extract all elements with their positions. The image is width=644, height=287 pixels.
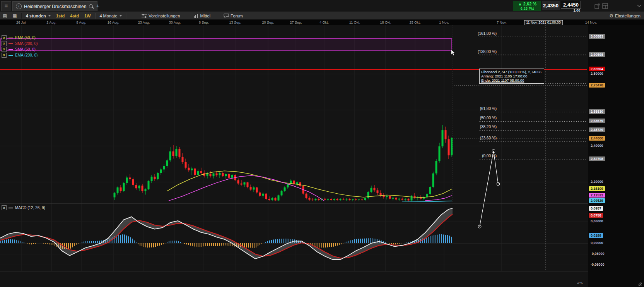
layout-button[interactable]: ▦ xyxy=(11,13,18,19)
time-tick: 1 Nov. xyxy=(439,21,449,24)
presets-button[interactable]: Voreinstellungen xyxy=(140,14,181,18)
bar-chart-icon xyxy=(193,14,199,18)
add-tab-button[interactable]: + xyxy=(94,2,102,10)
candles-layer xyxy=(114,125,453,201)
svg-text:(138,00 %): (138,00 %) xyxy=(478,50,497,54)
selection-box[interactable] xyxy=(1,39,452,51)
close-icon[interactable]: X xyxy=(2,35,7,40)
price-axis-label: 2,12522 xyxy=(589,193,605,198)
time-tick: 27 Sep. xyxy=(290,21,302,24)
collapse-panel-icon[interactable] xyxy=(636,3,642,9)
main-chart[interactable]: (161,80 %)(138,00 %)(61,80 %)(50,00 %)(3… xyxy=(0,25,588,287)
indicators-button[interactable]: Mittel xyxy=(192,14,212,18)
close-icon[interactable]: X xyxy=(2,53,7,58)
grid-icon: ▦ xyxy=(12,13,17,19)
time-tick: 16 Aug. xyxy=(108,21,120,24)
legend-item-ema200[interactable]: X EMA (200, 0) xyxy=(2,52,38,58)
time-tick: 7 Nov. xyxy=(497,21,506,24)
info-icon[interactable]: i xyxy=(16,3,22,9)
instrument-tab[interactable]: i Heidelberger Druckmaschinen xyxy=(12,1,97,11)
time-tick: 23 Aug. xyxy=(138,21,150,24)
tf-1std-button[interactable]: 1std xyxy=(55,14,66,18)
menu-button[interactable]: ≡ xyxy=(1,1,11,11)
search-icon[interactable] xyxy=(89,4,94,9)
timeframe-select[interactable]: 4 stunden xyxy=(25,14,52,18)
price-axis[interactable]: 3,005832,905982,826042,800002,734782,588… xyxy=(588,25,644,287)
time-tick: 30 Aug. xyxy=(169,21,181,24)
overlay-EMA200[interactable] xyxy=(402,201,452,202)
time-tick: 9 Aug. xyxy=(76,21,86,24)
list-icon: ▤ xyxy=(3,13,7,19)
svg-text:(50,00 %): (50,00 %) xyxy=(480,116,497,120)
color-swatch xyxy=(9,43,13,44)
color-swatch xyxy=(9,38,13,38)
price-axis-label: -0,06000 xyxy=(589,262,606,267)
price-axis-label: 0,0957 xyxy=(589,206,603,211)
timeframe-label: 4 stunden xyxy=(26,14,46,18)
legend-item-sma200[interactable]: X SMA (200, 0) xyxy=(2,41,38,46)
price-axis-label: 0,00000 xyxy=(589,241,605,245)
color-swatch xyxy=(9,55,13,56)
change-box: ▲ 2,62 % 6,25 Pkt xyxy=(513,1,541,11)
legend-item-ema50[interactable]: X EMA (50, 0) xyxy=(2,35,38,41)
price-axis-label: 2,20000 xyxy=(589,179,605,184)
layout-window-icon[interactable] xyxy=(602,3,608,9)
range-select[interactable]: 4 Monate xyxy=(98,14,123,18)
time-tick: 4 Okt. xyxy=(319,21,329,24)
svg-text:(38,20 %): (38,20 %) xyxy=(480,125,497,129)
gear-icon: ⚙ xyxy=(609,13,613,19)
detach-window-icon[interactable] xyxy=(594,3,600,9)
trading-app-window: ≡ i Heidelberger Druckmaschinen + ▲ 2,62… xyxy=(0,0,644,287)
scroll-arrows[interactable]: « » xyxy=(577,280,583,286)
price-axis-label: 2,90598 xyxy=(589,52,605,57)
overlay-SMA50[interactable] xyxy=(169,175,324,201)
tooltip-line: Ende: 2021 1107 05:00:00 xyxy=(481,78,542,82)
legend-item-sma50[interactable]: X SMA (50, 0) xyxy=(2,46,38,52)
time-tick: 2 Aug. xyxy=(46,21,56,24)
close-icon[interactable]: X xyxy=(2,41,7,46)
close-icon[interactable]: X xyxy=(2,205,7,210)
price-axis-label: 0,0199 xyxy=(589,233,603,238)
overlay-SMA50b[interactable] xyxy=(425,196,452,201)
speech-bubble-icon xyxy=(224,14,229,18)
legend-label: SMA (50, 0) xyxy=(15,47,36,52)
legend-label: SMA (200, 0) xyxy=(15,41,38,46)
time-tick: 13 Sep. xyxy=(229,21,241,24)
instrument-title: Heidelberger Druckmaschinen xyxy=(24,4,86,9)
notes-button[interactable]: ▤ xyxy=(2,13,8,19)
top-bar: ≡ i Heidelberger Druckmaschinen + ▲ 2,62… xyxy=(0,0,644,12)
price-axis-label: 2,53679 xyxy=(589,119,605,123)
price-axis-label: -0,03000 xyxy=(589,251,606,256)
resize-grip-icon[interactable] xyxy=(638,282,642,286)
legend-label: EMA (200, 0) xyxy=(15,53,38,57)
price-axis-label: 2,44000 xyxy=(589,136,605,141)
close-icon[interactable]: X xyxy=(2,47,7,52)
price-axis-label: 2,48729 xyxy=(589,127,605,132)
macd-layer xyxy=(0,208,453,260)
toolbar-separator xyxy=(95,13,95,19)
price-axis-label: 2,16109 xyxy=(589,186,605,191)
bid-price[interactable]: 2,4350 xyxy=(542,1,560,10)
time-tick: 11 Okt. xyxy=(349,21,360,24)
fibonacci-layer[interactable]: (161,80 %)(138,00 %)(61,80 %)(50,00 %)(3… xyxy=(478,31,587,228)
tf-1w-button[interactable]: 1W xyxy=(83,14,92,18)
price-axis-label: 2,73478 xyxy=(589,83,605,88)
range-label: 4 Monate xyxy=(99,14,117,18)
ask-price[interactable]: 2,4450 xyxy=(561,1,581,9)
color-swatch xyxy=(9,208,13,208)
chart-area[interactable]: (161,80 %)(138,00 %)(61,80 %)(50,00 %)(3… xyxy=(0,25,588,287)
forum-button[interactable]: Forum xyxy=(222,14,244,18)
toolbar-separator xyxy=(21,13,22,19)
settings-button[interactable]: ⚙ Einstellungen xyxy=(608,13,642,19)
tf-4std-button[interactable]: 4std xyxy=(69,14,80,18)
chevron-down-icon xyxy=(120,15,122,17)
indicator-legend: X EMA (50, 0) X SMA (200, 0) X SMA (50, … xyxy=(2,35,38,58)
price-axis-label: 0,06000 xyxy=(589,219,605,223)
price-axis-label: 2,82604 xyxy=(589,67,605,71)
legend-item-macd[interactable]: X MACD (12, 26, 9) xyxy=(2,205,45,211)
tooltip-line: Anfang: 2021 1105 17:00:00 xyxy=(481,74,542,78)
mittel-label: Mittel xyxy=(200,14,210,18)
fibonacci-tooltip: Fibonacci 2,747 (100,00 %), 2,74656 Anfa… xyxy=(479,69,544,84)
price-axis-label: 2,58830 xyxy=(589,109,605,114)
chart-toolbar: ▤ ▦ 4 stunden 1std 4std 1W 4 Monate Vore… xyxy=(0,12,644,20)
